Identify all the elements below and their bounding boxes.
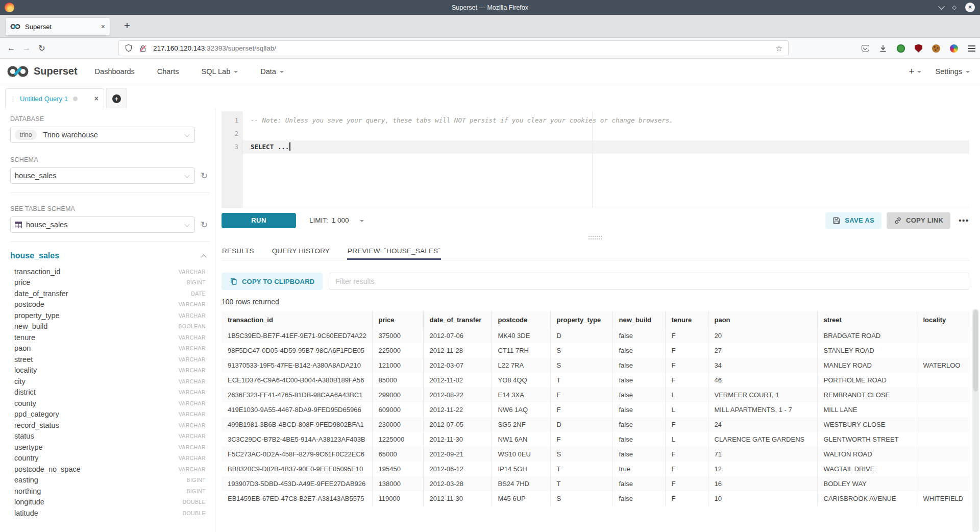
cell-date-of-transfer: 2012-07-05 <box>423 417 492 432</box>
resize-handle[interactable] <box>589 236 602 239</box>
column-header-locality[interactable]: locality <box>917 311 969 328</box>
superset-logo[interactable]: Superset <box>6 65 78 78</box>
table-scrollbar[interactable] <box>972 309 979 532</box>
window-close-icon[interactable]: × <box>965 3 975 12</box>
cell-paon: 16 <box>708 476 817 491</box>
cell-paon: 46 <box>708 373 817 388</box>
copy-link-button[interactable]: COPY LINK <box>887 212 950 229</box>
column-header-transaction-id[interactable]: transaction_id <box>222 311 372 328</box>
cell-new-build: false <box>612 432 665 447</box>
nav-item-data[interactable]: Data <box>260 67 284 76</box>
bookmark-star-icon[interactable]: ☆ <box>776 44 782 53</box>
table-row: 419E1030-9A55-4467-8DA9-9FED95D659666090… <box>222 402 969 417</box>
column-header-postcode[interactable]: postcode <box>492 311 550 328</box>
schema-column-transaction_id: transaction_idVARCHAR <box>10 266 210 277</box>
pocket-icon[interactable] <box>862 45 869 52</box>
browser-tab-close-icon[interactable]: × <box>101 22 105 31</box>
cell-transaction-id: 193907D3-5DBD-453D-A49E-9FEE27DAB926 <box>222 476 372 491</box>
column-header-tenure[interactable]: tenure <box>665 311 708 328</box>
extension-pinwheel-icon[interactable] <box>950 44 958 53</box>
browser-tab[interactable]: Superset × <box>5 17 110 36</box>
column-type: DOUBLE <box>182 510 206 516</box>
column-header-price[interactable]: price <box>372 311 423 328</box>
column-header-paon[interactable]: paon <box>708 311 817 328</box>
run-button[interactable]: RUN <box>222 213 296 228</box>
table-row: ECE1D376-C9A6-4C00-B004-A380B189FA568500… <box>222 373 969 388</box>
extension-green-icon[interactable] <box>897 44 905 53</box>
column-name: locality <box>14 366 37 374</box>
add-new-button[interactable]: + <box>909 66 921 77</box>
see-table-schema-label: SEE TABLE SCHEMA <box>10 205 210 212</box>
save-as-button[interactable]: SAVE AS <box>825 212 881 229</box>
nav-item-dashboards[interactable]: Dashboards <box>95 67 135 76</box>
reload-button[interactable]: ↻ <box>34 43 50 53</box>
schema-column-list: transaction_idVARCHARpriceBIGINTdate_of_… <box>10 266 210 519</box>
settings-label: Settings <box>936 67 962 76</box>
window-minimize-icon[interactable] <box>938 3 945 10</box>
sql-editor[interactable]: 123 -- Note: Unless you save your query,… <box>222 111 969 208</box>
column-header-new-build[interactable]: new_build <box>612 311 665 328</box>
column-type: VARCHAR <box>179 466 206 472</box>
collapse-table-icon[interactable] <box>201 254 206 260</box>
nav-item-sql-lab[interactable]: SQL Lab <box>202 67 238 76</box>
column-name: ppd_category <box>14 410 59 418</box>
refresh-schema-icon[interactable]: ↻ <box>199 171 210 181</box>
column-type: VARCHAR <box>179 433 206 439</box>
cell-date-of-transfer: 2012-08-22 <box>423 388 492 402</box>
cell-new-build: false <box>612 417 665 432</box>
results-tab-preview-house-sales[interactable]: PREVIEW: `HOUSE_SALES` <box>347 243 441 260</box>
table-select[interactable]: house_sales <box>10 216 195 233</box>
window-titlebar: Superset — Mozilla Firefox ◇ × <box>0 0 980 15</box>
schema-select[interactable]: house_sales <box>10 167 195 184</box>
copy-to-clipboard-button[interactable]: COPY TO CLIPBOARD <box>222 273 323 290</box>
database-select[interactable]: trino Trino warehouse <box>10 127 195 143</box>
nav-item-charts[interactable]: Charts <box>157 67 179 76</box>
menu-hamburger-icon[interactable] <box>968 45 975 52</box>
new-query-tab-button[interactable]: + <box>106 88 127 108</box>
cell-price: 119000 <box>372 491 423 506</box>
table-title: house_sales <box>10 251 59 260</box>
more-options-button[interactable]: ••• <box>959 216 969 225</box>
refresh-tables-icon[interactable]: ↻ <box>199 220 210 230</box>
cell-street: GLENTWORTH STREET <box>817 432 917 447</box>
table-scrollbar-thumb[interactable] <box>973 310 978 392</box>
database-name: Trino warehouse <box>43 131 97 139</box>
query-tabstrip: ⋮ Untitled Query 1 × + <box>0 84 980 108</box>
close-query-tab-icon[interactable]: × <box>94 94 99 103</box>
filter-results-input[interactable] <box>329 273 969 290</box>
cell-street: WALTON ROAD <box>817 447 917 462</box>
settings-menu[interactable]: Settings <box>936 67 970 76</box>
results-table: transaction_idpricedate_of_transferpostc… <box>222 311 969 506</box>
window-maximize-icon[interactable]: ◇ <box>952 4 957 11</box>
cell-property-type: F <box>550 388 612 402</box>
query-tab[interactable]: ⋮ Untitled Query 1 × <box>5 88 104 108</box>
chevron-down-icon <box>917 71 921 73</box>
column-type: VARCHAR <box>179 455 206 461</box>
cell-street: REMBRANDT CLOSE <box>817 388 917 402</box>
superset-favicon-icon <box>10 23 20 30</box>
screen: Superset — Mozilla Firefox ◇ × Superset … <box>0 0 980 532</box>
new-browser-tab-button[interactable]: + <box>119 18 135 34</box>
column-header-date-of-transfer[interactable]: date_of_transfer <box>423 311 492 328</box>
url-bar[interactable]: 217.160.120.143:32393/superset/sqllab/ ☆ <box>118 40 789 56</box>
downloads-icon[interactable] <box>879 44 887 53</box>
cookie-extension-icon[interactable] <box>932 44 940 53</box>
cell-postcode: CT11 7RH <box>492 343 550 358</box>
cell-price: 225000 <box>372 343 423 358</box>
limit-dropdown[interactable]: LIMIT: 1 000 <box>309 216 364 224</box>
column-header-street[interactable]: street <box>817 311 917 328</box>
browser-tab-title: Superset <box>25 23 101 31</box>
results-tab-query-history[interactable]: QUERY HISTORY <box>272 243 330 260</box>
column-header-property-type[interactable]: property_type <box>550 311 612 328</box>
column-type: VARCHAR <box>179 422 206 428</box>
ublock-shield-icon[interactable] <box>915 44 922 53</box>
back-button[interactable]: ← <box>4 43 19 53</box>
forward-button[interactable]: → <box>19 43 34 53</box>
cell-property-type: F <box>550 432 612 447</box>
cell-tenure: F <box>665 358 708 373</box>
cell-tenure: L <box>665 432 708 447</box>
results-tab-results[interactable]: RESULTS <box>222 243 255 260</box>
schema-column-paon: paonVARCHAR <box>10 343 210 354</box>
cell-price: 121000 <box>372 358 423 373</box>
cell-new-build: false <box>612 388 665 402</box>
